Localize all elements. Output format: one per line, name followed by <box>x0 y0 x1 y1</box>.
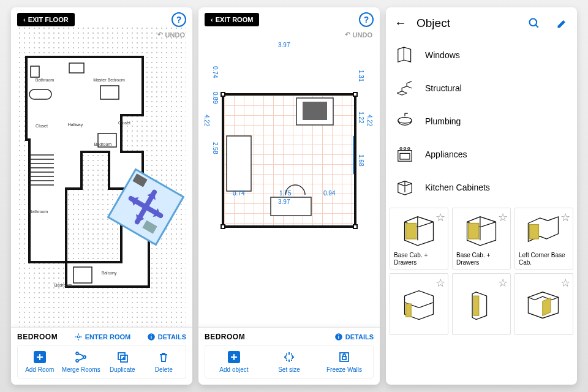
set-size-button[interactable]: Set size <box>262 350 317 373</box>
action-label: Freeze Walls <box>326 366 362 373</box>
windows-icon <box>394 45 415 66</box>
svg-rect-54 <box>406 304 412 317</box>
object-name: Base Cab. + Drawers <box>390 249 448 269</box>
exit-floor-button[interactable]: ‹ EXIT FLOOR <box>17 13 75 26</box>
object-card[interactable]: ☆ <box>514 273 573 335</box>
exit-room-button[interactable]: ‹ EXIT ROOM <box>205 13 259 26</box>
info-icon: i <box>147 333 156 341</box>
favorite-button[interactable]: ☆ <box>560 276 570 290</box>
svg-text:i: i <box>338 334 339 340</box>
resize-icon <box>282 350 296 364</box>
floor-editor-panel: ‹ EXIT FLOOR ? ↶ UNDO <box>11 7 192 385</box>
room-label: Bathroom <box>36 78 55 82</box>
help-icon[interactable]: ? <box>172 12 186 27</box>
dimension-label: 1.68 <box>358 154 364 166</box>
svg-rect-33 <box>303 102 327 120</box>
room-label: Master Bedroom <box>93 78 125 82</box>
action-label: Duplicate <box>110 366 135 373</box>
enter-room-label: ENTER ROOM <box>85 333 131 341</box>
category-appliances[interactable]: Appliances <box>394 138 568 171</box>
svg-point-50 <box>408 148 410 149</box>
delete-button[interactable]: Delete <box>143 350 185 373</box>
object-card[interactable]: ☆ <box>390 273 448 335</box>
dimension-label: 0.74 <box>233 190 244 197</box>
dimension-label: 1.31 <box>358 70 364 81</box>
favorite-button[interactable]: ☆ <box>435 211 445 224</box>
svg-point-27 <box>76 352 78 355</box>
floorplan-canvas[interactable]: Bathroom Master Bedroom Closet Hallway C… <box>11 7 192 327</box>
header: ‹ EXIT ROOM ? <box>198 7 380 32</box>
room-label: Bedroom <box>55 283 72 287</box>
category-label: Kitchen Cabinets <box>425 183 490 192</box>
plus-icon <box>33 350 47 364</box>
search-icon[interactable] <box>528 17 540 29</box>
details-label: DETAILS <box>345 333 374 341</box>
lock-icon <box>337 350 351 364</box>
cabinet-icon <box>394 177 415 198</box>
favorite-button[interactable]: ☆ <box>560 211 570 224</box>
svg-rect-55 <box>473 296 479 315</box>
category-structural[interactable]: Structural <box>394 72 568 105</box>
dimension-label: 3.97 <box>278 42 290 48</box>
category-label: Appliances <box>425 149 467 159</box>
dimension-label: 3.97 <box>278 198 290 205</box>
chevron-left-icon: ‹ <box>211 16 213 23</box>
category-label: Windows <box>425 50 460 60</box>
svg-line-44 <box>536 24 538 27</box>
room-outline[interactable] <box>222 93 356 228</box>
details-button[interactable]: i DETAILS <box>334 333 374 341</box>
object-card[interactable]: ☆ Left Corner Base Cab. <box>514 208 573 270</box>
object-grid: ☆ Base Cab. + Drawers ☆ Base Cab. + Draw… <box>386 204 577 339</box>
add-object-button[interactable]: Add object <box>206 350 262 373</box>
room-label: Balcony <box>102 271 117 276</box>
room-label: Bedroom <box>94 142 112 146</box>
object-browser-panel: ← Object Windows Structural Plumbing App… <box>386 7 577 385</box>
category-kitchen-cabinets[interactable]: Kitchen Cabinets <box>394 171 568 204</box>
favorite-button[interactable]: ☆ <box>435 276 445 290</box>
svg-point-48 <box>400 148 402 149</box>
bottom-bar: BEDROOM i DETAILS Add object Set size Fr… <box>198 327 380 385</box>
enter-room-button[interactable]: ENTER ROOM <box>74 333 131 341</box>
stairs-icon <box>394 78 415 99</box>
favorite-button[interactable]: ☆ <box>498 211 508 224</box>
room-label: Hallway <box>68 123 83 127</box>
add-room-button[interactable]: Add Room <box>19 350 61 373</box>
freeze-walls-button[interactable]: Freeze Walls <box>317 350 372 373</box>
favorite-button[interactable]: ☆ <box>498 276 508 290</box>
room-label: Closet <box>118 121 130 125</box>
svg-text:i: i <box>151 334 152 340</box>
action-label: Add Room <box>25 366 54 373</box>
room-label: Bathroom <box>29 209 48 214</box>
dimension-label: 4.22 <box>203 115 210 126</box>
category-label: Plumbing <box>425 116 461 126</box>
edit-icon[interactable] <box>556 17 568 29</box>
object-card[interactable]: ☆ Base Cab. + Drawers <box>452 208 511 270</box>
exit-label: EXIT FLOOR <box>28 16 69 23</box>
merge-rooms-button[interactable]: Merge Rooms <box>61 350 102 373</box>
svg-rect-52 <box>469 224 479 239</box>
room-canvas[interactable]: 3.97 3.97 0.74 0.89 2.58 4.22 1.31 1.22 … <box>198 7 380 327</box>
action-label: Merge Rooms <box>62 366 100 373</box>
dimension-label: 1.22 <box>358 111 364 123</box>
back-button[interactable]: ← <box>394 16 407 30</box>
object-card[interactable]: ☆ Base Cab. + Drawers <box>390 208 448 270</box>
duplicate-icon <box>116 350 129 364</box>
duplicate-button[interactable]: Duplicate <box>102 350 143 373</box>
details-button[interactable]: i DETAILS <box>147 333 186 341</box>
dimension-label: 2.58 <box>212 142 219 154</box>
info-icon: i <box>334 333 343 341</box>
merge-icon <box>74 350 88 364</box>
svg-rect-40 <box>286 354 292 360</box>
object-name: Base Cab. + Drawers <box>453 249 510 269</box>
object-card[interactable]: ☆ <box>452 273 511 335</box>
help-icon[interactable]: ? <box>359 12 374 27</box>
svg-point-19 <box>77 336 80 338</box>
dimension-label: 4.22 <box>366 115 373 126</box>
category-plumbing[interactable]: Plumbing <box>394 105 568 138</box>
svg-point-45 <box>398 118 412 124</box>
details-label: DETAILS <box>158 333 186 341</box>
svg-point-43 <box>530 18 537 26</box>
svg-rect-42 <box>342 356 346 360</box>
action-label: Add object <box>219 366 248 373</box>
category-windows[interactable]: Windows <box>394 39 568 72</box>
